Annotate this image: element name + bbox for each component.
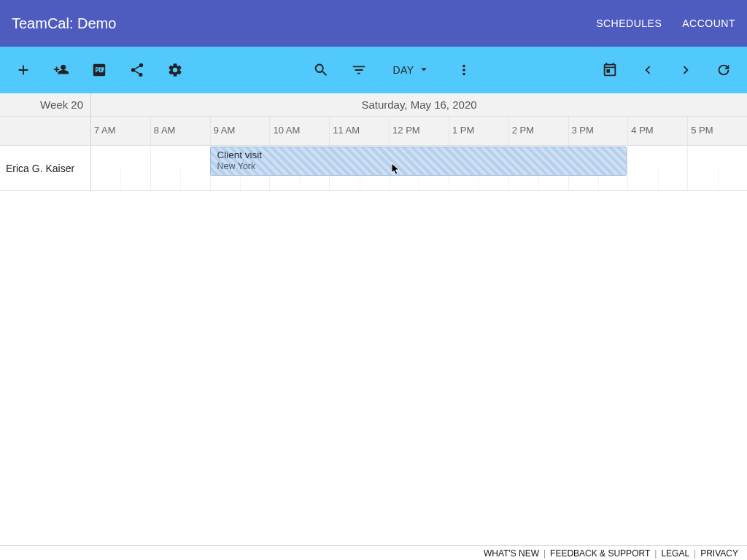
dropdown-icon <box>417 63 430 78</box>
settings-button[interactable] <box>165 60 185 80</box>
time-label: 5 PM <box>687 117 747 145</box>
time-label: 11 AM <box>329 117 389 145</box>
footer-feedback[interactable]: FEEDBACK & SUPPORT <box>550 548 650 559</box>
time-labels: 7 AM 8 AM 9 AM 10 AM 11 AM 12 PM 1 PM 2 … <box>91 117 747 145</box>
calendar-row: Erica G. Kaiser Client visit New York <box>0 146 747 191</box>
time-label: 1 PM <box>449 117 508 145</box>
share-button[interactable] <box>127 60 147 80</box>
refresh-button[interactable] <box>713 60 734 80</box>
nav-account[interactable]: ACCOUNT <box>682 18 735 29</box>
time-header-corner <box>0 117 91 145</box>
add-person-button[interactable] <box>51 60 71 80</box>
time-label: 3 PM <box>568 117 628 145</box>
app-header: TeamCal: Demo SCHEDULES ACCOUNT <box>0 0 747 47</box>
time-label: 2 PM <box>508 117 568 145</box>
filter-button[interactable] <box>349 60 369 80</box>
footer-legal[interactable]: LEGAL <box>661 548 689 559</box>
add-button[interactable] <box>13 60 34 80</box>
time-label: 10 AM <box>269 117 329 145</box>
next-button[interactable] <box>676 60 696 80</box>
pdf-export-button[interactable] <box>89 60 109 80</box>
date-header: Week 20 Saturday, May 16, 2020 <box>0 93 747 117</box>
today-button[interactable] <box>600 60 620 80</box>
prev-button[interactable] <box>638 60 658 80</box>
footer: WHAT'S NEW| FEEDBACK & SUPPORT| LEGAL| P… <box>0 545 747 560</box>
time-label: 8 AM <box>150 117 210 145</box>
more-button[interactable] <box>454 60 474 80</box>
calendar: Week 20 Saturday, May 16, 2020 7 AM 8 AM… <box>0 93 747 191</box>
toolbar: DAY <box>0 47 747 93</box>
time-label: 4 PM <box>627 117 687 145</box>
event-location: New York <box>217 161 619 171</box>
search-button[interactable] <box>311 60 331 80</box>
view-selector[interactable]: DAY <box>387 63 436 78</box>
event-title: Client visit <box>217 149 619 160</box>
view-selector-label: DAY <box>392 64 414 76</box>
footer-whatsnew[interactable]: WHAT'S NEW <box>484 548 539 559</box>
date-label: Saturday, May 16, 2020 <box>91 93 747 116</box>
calendar-event[interactable]: Client visit New York <box>210 147 626 176</box>
app-title: TeamCal: Demo <box>12 15 596 32</box>
time-header: 7 AM 8 AM 9 AM 10 AM 11 AM 12 PM 1 PM 2 … <box>0 117 747 146</box>
time-slots[interactable]: Client visit New York <box>91 146 747 190</box>
time-label: 9 AM <box>210 117 270 145</box>
week-label: Week 20 <box>0 93 91 116</box>
person-name: Erica G. Kaiser <box>0 146 91 190</box>
footer-privacy[interactable]: PRIVACY <box>700 548 738 559</box>
header-nav: SCHEDULES ACCOUNT <box>596 18 735 29</box>
time-label: 12 PM <box>389 117 449 145</box>
time-label: 7 AM <box>91 117 150 145</box>
nav-schedules[interactable]: SCHEDULES <box>596 18 662 29</box>
